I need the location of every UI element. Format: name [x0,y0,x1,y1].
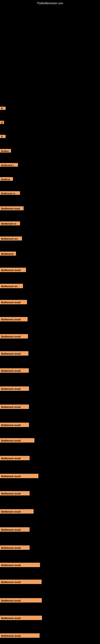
bottleneck-result-label: Bottleneck result [0,474,38,478]
bottleneck-result-label: Bottleneck result [0,598,42,602]
bottleneck-result-label: Bottleneck res [0,236,22,240]
bottleneck-result-label: Bottlene [0,177,13,181]
bottleneck-result-label: Bottleneck result [0,527,30,532]
bottleneck-result-label: Bottleneck result [0,616,42,620]
bottleneck-result-label: Bottleneck result [0,404,29,409]
bottleneck-result-label: Bottleneck result [0,300,27,304]
bottleneck-result-label: Bottleneck result [0,456,30,460]
bottleneck-result-label: Bottleneck res [0,284,23,288]
bottleneck-result-label: Bottleneck result [0,351,28,356]
bottleneck-result-label: Bottleneck re [0,222,20,226]
bottleneck-result-label: Bottlen [0,149,11,152]
bottleneck-result-label: Bottleneck re [0,191,20,195]
bottleneck-result-label: Bottleneck result [0,546,30,550]
bottleneck-result-label: Bottleneck result [0,422,29,427]
bottleneck-result-label: Bottleneck result [0,438,34,442]
bottleneck-result-label: B [0,107,6,110]
bottleneck-result-label: Bottleneck result [0,317,28,322]
bottleneck-result-label: Bottleneck result [0,509,34,514]
bottleneck-result-label: Bottleneck [0,252,16,256]
bottleneck-result-label: Bottleneck result [0,633,40,638]
bottleneck-result-label: Bottleneck result [0,268,26,272]
site-title: TheBottlenecker.com [37,2,63,5]
bottleneck-result-label: Bottleneck result [0,386,29,391]
bottleneck-result-label: B [0,135,6,138]
bottleneck-result-label: Bottleneck resul [0,206,24,210]
bottleneck-result-label: B [0,121,4,124]
bottleneck-result-label: Bottleneck result [0,580,42,584]
bottleneck-result-label: Bottleneck r [0,163,18,167]
bottleneck-result-label: Bottleneck result [0,368,29,373]
bottleneck-result-label: Bottleneck result [0,491,30,496]
bottleneck-result-label: Bottleneck result [0,563,40,567]
bottleneck-result-label: Bottleneck result [0,334,28,338]
